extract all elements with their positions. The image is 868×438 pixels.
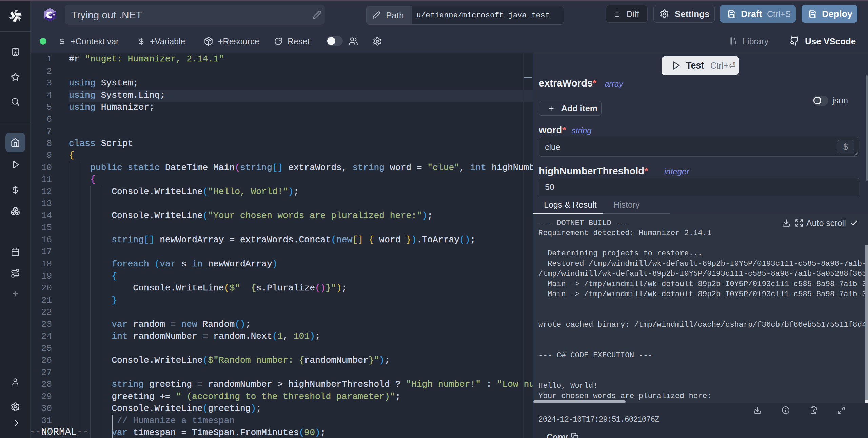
svg-text:#: # <box>53 13 55 18</box>
